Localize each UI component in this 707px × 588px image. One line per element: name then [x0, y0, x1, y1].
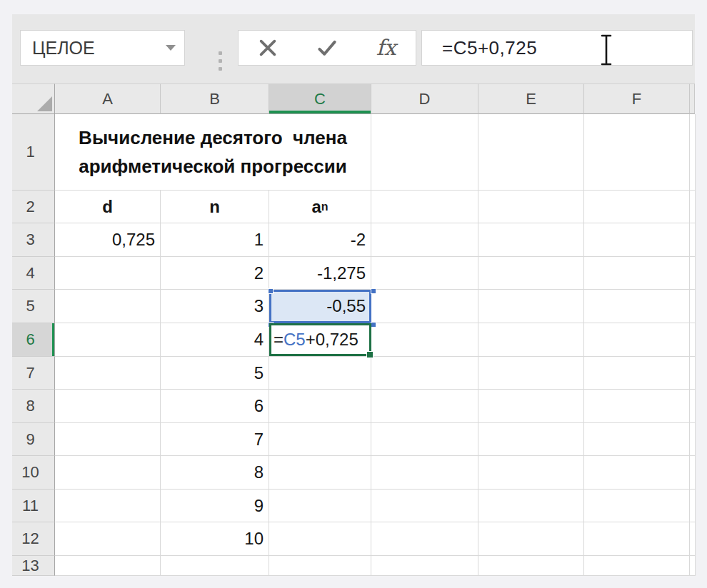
column-header-D[interactable]: D [371, 83, 478, 114]
cell-C9[interactable] [269, 423, 371, 456]
cell-E12[interactable] [478, 522, 584, 556]
cell-D8[interactable] [371, 390, 478, 423]
column-header-B[interactable]: B [161, 83, 269, 114]
cell-D1[interactable] [371, 114, 478, 191]
cell-E11[interactable] [478, 490, 584, 522]
cell-D7[interactable] [371, 357, 478, 390]
fill-handle[interactable] [366, 351, 373, 358]
selection-handle-0[interactable] [268, 288, 274, 294]
cell-E9[interactable] [478, 423, 584, 456]
cell-E7[interactable] [478, 357, 584, 390]
row-header-12[interactable]: 12 [12, 522, 55, 556]
cell-B2[interactable]: n [161, 191, 269, 223]
cell-F9[interactable] [584, 423, 690, 456]
cell-C7[interactable] [269, 357, 371, 390]
cell-D3[interactable] [371, 223, 478, 257]
cell-C12[interactable] [269, 522, 371, 556]
cell-B10[interactable]: 8 [161, 456, 269, 490]
cell-D9[interactable] [371, 423, 478, 456]
column-header-F[interactable]: F [584, 83, 690, 114]
cell-C2[interactable]: an [269, 191, 371, 223]
row-header-13[interactable]: 13 [12, 556, 55, 576]
row-header-11[interactable]: 11 [12, 490, 55, 522]
column-header-C[interactable]: C [269, 83, 371, 114]
cell-C4[interactable]: -1,275 [269, 257, 371, 290]
cell-B4[interactable]: 2 [161, 257, 269, 290]
cell-B7[interactable]: 5 [161, 357, 269, 390]
cell-D4[interactable] [371, 257, 478, 290]
cell-C10[interactable] [269, 456, 371, 490]
cell-A7[interactable] [55, 357, 161, 390]
cell-F7[interactable] [584, 357, 690, 390]
cell-E13[interactable] [478, 556, 584, 576]
select-all-corner[interactable] [12, 83, 55, 114]
cell-E1[interactable] [478, 114, 584, 191]
name-box[interactable]: ЦЕЛОЕ [20, 30, 185, 66]
cell-C13[interactable] [269, 556, 371, 576]
cell-D10[interactable] [371, 456, 478, 490]
row-header-3[interactable]: 3 [12, 223, 55, 257]
cell-A10[interactable] [55, 456, 161, 490]
cell-F1[interactable] [584, 114, 690, 191]
row-header-7[interactable]: 7 [12, 357, 55, 390]
cell-A2[interactable]: d [55, 191, 161, 223]
column-header-E[interactable]: E [478, 83, 584, 114]
enter-button[interactable] [311, 32, 343, 64]
merged-title-cell-A1[interactable]: Вычисление десятого членаарифметической … [55, 114, 371, 191]
row-header-4[interactable]: 4 [12, 257, 55, 290]
cell-F3[interactable] [584, 223, 690, 257]
cell-E2[interactable] [478, 191, 584, 223]
cell-B6[interactable]: 4 [161, 323, 269, 357]
cell-D5[interactable] [371, 290, 478, 323]
cell-E6[interactable] [478, 323, 584, 357]
cell-F13[interactable] [584, 556, 690, 576]
cell-B9[interactable]: 7 [161, 423, 269, 456]
cell-B3[interactable]: 1 [161, 223, 269, 257]
cell-E8[interactable] [478, 390, 584, 423]
cell-F5[interactable] [584, 290, 690, 323]
selection-handle-3[interactable] [371, 322, 376, 328]
cell-D2[interactable] [371, 191, 478, 223]
cell-B12[interactable]: 10 [161, 522, 269, 556]
row-header-6[interactable]: 6 [12, 323, 55, 357]
cell-A6[interactable] [55, 323, 161, 357]
cancel-button[interactable] [252, 32, 284, 64]
cell-C5[interactable]: -0,55 [269, 290, 371, 323]
edit-cell-box-C6[interactable]: =C5+0,725 [269, 323, 371, 356]
cell-F4[interactable] [584, 257, 690, 290]
cell-A4[interactable] [55, 257, 161, 290]
chevron-down-icon[interactable] [166, 45, 176, 51]
cell-E4[interactable] [478, 257, 584, 290]
cell-A8[interactable] [55, 390, 161, 423]
cell-F8[interactable] [584, 390, 690, 423]
cell-C8[interactable] [269, 390, 371, 423]
row-header-10[interactable]: 10 [12, 456, 55, 490]
cell-E10[interactable] [478, 456, 584, 490]
cell-E5[interactable] [478, 290, 584, 323]
cell-D11[interactable] [371, 490, 478, 522]
cell-B11[interactable]: 9 [161, 490, 269, 522]
cell-F6[interactable] [584, 323, 690, 357]
selection-handle-1[interactable] [371, 288, 376, 294]
formula-input[interactable]: =C5+0,725 [421, 30, 693, 66]
cell-A11[interactable] [55, 490, 161, 522]
cell-A9[interactable] [55, 423, 161, 456]
row-header-5[interactable]: 5 [12, 290, 55, 323]
cell-B5[interactable]: 3 [161, 290, 269, 323]
cell-C3[interactable]: -2 [269, 223, 371, 257]
cell-C11[interactable] [269, 490, 371, 522]
cell-B13[interactable] [161, 556, 269, 576]
cell-E3[interactable] [478, 223, 584, 257]
row-header-8[interactable]: 8 [12, 390, 55, 423]
cell-A3[interactable]: 0,725 [55, 223, 161, 257]
cell-D6[interactable] [371, 323, 478, 357]
cell-F11[interactable] [584, 490, 690, 522]
cell-F2[interactable] [584, 191, 690, 223]
cell-F10[interactable] [584, 456, 690, 490]
cell-A13[interactable] [55, 556, 161, 576]
cell-D13[interactable] [371, 556, 478, 576]
cell-B8[interactable]: 6 [161, 390, 269, 423]
row-header-1[interactable]: 1 [12, 114, 55, 191]
row-header-9[interactable]: 9 [12, 423, 55, 456]
cell-D12[interactable] [371, 522, 478, 556]
